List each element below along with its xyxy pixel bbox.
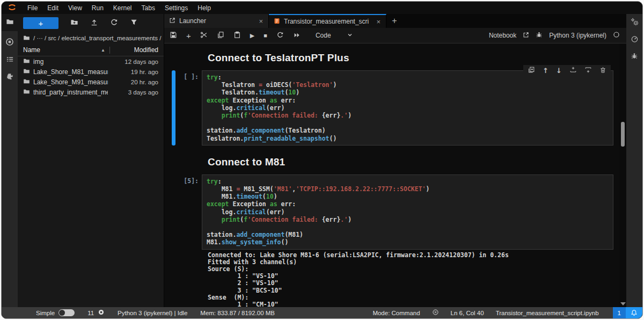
kernel-status-icon[interactable]: [613, 31, 620, 40]
menu-help[interactable]: Help: [193, 4, 216, 12]
notebook-scroll-area[interactable]: Connect to TeslatronPT Plus [ ]: ↑ ↓: [164, 43, 619, 307]
move-cell-down-icon[interactable]: ↓: [556, 67, 562, 74]
menu-run[interactable]: Run: [87, 4, 108, 12]
scrollbar-down-arrow[interactable]: [620, 302, 626, 306]
copy-cells-button[interactable]: [217, 31, 224, 40]
menu-kernel[interactable]: Kernel: [108, 4, 137, 12]
tab-bar: Launcher × Transistor_measurement_scri ×…: [164, 14, 626, 28]
file-row[interactable]: Lake_Shore_M91_measurements 20 hr. ago: [18, 77, 164, 87]
sidebar-tab-extensions[interactable]: [2, 69, 18, 86]
breadcrumb-path[interactable]: / ··· / src / electrical_transport_measu…: [33, 35, 161, 41]
close-icon[interactable]: ×: [258, 17, 264, 25]
save-button[interactable]: [170, 31, 177, 40]
bell-icon: [626, 307, 642, 318]
cell-collapser[interactable]: [172, 70, 175, 146]
paste-cells-button[interactable]: [233, 31, 241, 40]
terminate-icon[interactable]: [432, 309, 439, 317]
markdown-heading: Connect to TeslatronPT Plus: [208, 52, 612, 64]
menu-settings[interactable]: Settings: [160, 4, 193, 12]
notebook-content: Connect to TeslatronPT Plus [ ]: ↑ ↓: [164, 43, 626, 307]
command-mode-indicator[interactable]: Mode: Command: [372, 310, 420, 316]
cell-collapser[interactable]: [172, 174, 175, 250]
column-divider: [109, 47, 110, 54]
simple-mode-label: Simple: [36, 310, 55, 316]
sidebar-tab-file-browser[interactable]: [2, 14, 18, 31]
active-filename: Transistor_measurement_script.ipynb: [496, 310, 599, 316]
file-row[interactable]: Lake_Shore_M81_measurements 19 hr. ago: [18, 67, 164, 77]
interrupt-kernel-button[interactable]: ■: [264, 33, 267, 39]
breadcrumb[interactable]: / ··· / src / electrical_transport_measu…: [18, 32, 164, 44]
sidebar-tab-table-of-contents[interactable]: [2, 52, 18, 69]
restart-run-all-button[interactable]: [293, 32, 301, 40]
file-browser-panel: + / ··· / src / electrical_transport_mea…: [18, 14, 164, 307]
kernel-status-text[interactable]: Python 3 (ipykernel) | Idle: [118, 310, 187, 316]
restart-kernel-button[interactable]: [276, 31, 284, 40]
scrollbar-thumb[interactable]: [621, 122, 625, 147]
menu-file[interactable]: File: [23, 4, 42, 12]
insert-cell-button[interactable]: +: [186, 32, 191, 40]
jupyter-logo-icon: [7, 2, 17, 14]
notebook-scrollbar[interactable]: [619, 43, 626, 307]
external-link-icon[interactable]: [523, 32, 529, 40]
delete-cell-icon[interactable]: [599, 67, 606, 75]
file-row[interactable]: img 12 days ago: [18, 56, 164, 67]
notebook-icon: [274, 18, 280, 26]
insert-cell-above-icon[interactable]: [569, 66, 577, 75]
sidebar-tab-running-sessions[interactable]: [2, 34, 18, 52]
file-modified: 19 hr. ago: [111, 69, 158, 75]
kernel-name[interactable]: Python 3 (ipykernel): [549, 32, 606, 39]
file-row[interactable]: third_party_instrument_measur... 3 days …: [18, 87, 164, 97]
column-header-name[interactable]: Name: [23, 46, 101, 54]
code-editor[interactable]: try: M81 = M81_SSM('M81','TCPIP::192.168…: [202, 174, 613, 250]
add-tab-button[interactable]: +: [386, 14, 402, 28]
menu-view[interactable]: View: [63, 4, 87, 12]
cursor-position[interactable]: Ln 6, Col 40: [451, 310, 484, 316]
file-name: third_party_instrument_measur...: [33, 89, 108, 96]
notebook-tools-link[interactable]: Notebook: [489, 32, 516, 39]
filter-icon[interactable]: [130, 18, 138, 28]
home-folder-icon[interactable]: [23, 34, 30, 42]
cell-output-row: Connected to: Lake Shore M81-6 (serial:L…: [164, 252, 619, 307]
cell-input-prompt: [ ]:: [175, 70, 202, 146]
menu-edit[interactable]: Edit: [42, 4, 63, 12]
chevron-down-icon: [347, 32, 353, 39]
gauge-icon: [631, 35, 639, 45]
cell-type-dropdown[interactable]: Code: [316, 32, 353, 39]
puzzle-icon: [6, 72, 14, 83]
sidebar-tab-debugger[interactable]: [626, 48, 642, 66]
cut-cells-button[interactable]: [200, 31, 208, 40]
refresh-icon[interactable]: [110, 18, 118, 28]
gears-icon: [631, 18, 639, 28]
plus-icon: +: [392, 16, 397, 26]
new-folder-icon[interactable]: [70, 18, 78, 28]
sort-ascending-icon[interactable]: ▲: [101, 48, 105, 53]
sidebar-tab-dashboard[interactable]: [626, 31, 642, 48]
close-icon[interactable]: ×: [376, 18, 381, 26]
upload-icon[interactable]: [90, 18, 98, 28]
list-icon: [6, 55, 14, 66]
code-cell: [5]: try: M81 = M81_SSM('M81','TCPIP::19…: [164, 174, 619, 250]
new-launcher-button[interactable]: +: [23, 17, 58, 29]
insert-cell-below-icon[interactable]: [584, 66, 592, 75]
sidebar-tab-property-inspector[interactable]: [626, 14, 642, 31]
cell-output: Connected to: Lake Shore M81-6 (serial:L…: [202, 252, 613, 307]
tab-launcher[interactable]: Launcher ×: [164, 14, 269, 28]
simple-mode-toggle[interactable]: [58, 309, 75, 316]
move-cell-up-icon[interactable]: ↑: [543, 67, 548, 74]
file-name: Lake_Shore_M91_measurements: [33, 78, 108, 86]
launcher-icon: [169, 17, 175, 25]
plus-icon: +: [39, 19, 43, 27]
menu-tabs[interactable]: Tabs: [137, 4, 160, 12]
duplicate-cell-icon[interactable]: [528, 66, 535, 75]
column-header-modified[interactable]: Modified: [114, 46, 158, 54]
folder-icon: [6, 18, 14, 28]
debugger-bug-icon[interactable]: [536, 31, 543, 40]
kernels-indicator-icon[interactable]: [98, 309, 105, 317]
cell-toolbar: ↑ ↓: [523, 65, 611, 76]
tab-notebook[interactable]: Transistor_measurement_scri ×: [269, 14, 386, 28]
code-editor[interactable]: ↑ ↓ try: Teslatron = oiDECS('Teslatron')…: [202, 70, 613, 146]
notification-badge[interactable]: 1: [613, 307, 642, 318]
toggle-knob: [59, 310, 65, 316]
run-cell-button[interactable]: ▶: [250, 33, 254, 39]
stop-circle-icon: [5, 38, 14, 48]
